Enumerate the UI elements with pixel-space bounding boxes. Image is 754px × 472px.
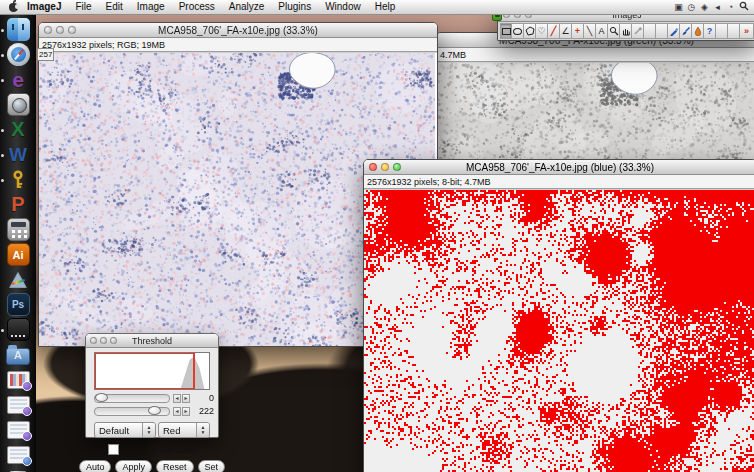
decrement-button[interactable]: ◂ bbox=[173, 394, 181, 403]
menu-analyze[interactable]: Analyze bbox=[222, 0, 272, 14]
tool-freehand[interactable]: ♡ bbox=[536, 23, 548, 39]
volume-menu-icon[interactable]: ◂ bbox=[711, 0, 724, 14]
menu-window[interactable]: Window bbox=[318, 0, 368, 14]
threshold-marker-line bbox=[194, 353, 195, 389]
rgb-window-statusbar: 2576x1932 pixels; RGB; 19MB bbox=[39, 38, 437, 52]
tool-polygon[interactable] bbox=[524, 23, 536, 39]
close-button[interactable] bbox=[44, 26, 52, 34]
displays-menu-icon[interactable]: ▣ bbox=[672, 0, 685, 14]
tool-flood-fill[interactable] bbox=[692, 23, 704, 39]
tool-spare-4[interactable] bbox=[728, 23, 740, 39]
apple-menu[interactable] bbox=[6, 3, 20, 12]
dock-finder[interactable] bbox=[0, 17, 36, 42]
threshold-titlebar[interactable]: Threshold bbox=[86, 334, 218, 348]
set-button[interactable]: Set bbox=[198, 460, 226, 472]
dock-calculator[interactable] bbox=[0, 217, 36, 242]
dark-background-checkbox[interactable] bbox=[108, 444, 119, 455]
dock-prism[interactable] bbox=[0, 267, 36, 292]
dock-network-globe[interactable] bbox=[0, 92, 36, 117]
magnifier-icon bbox=[609, 26, 619, 36]
upper-slider-thumb[interactable] bbox=[95, 393, 108, 402]
decrement-button[interactable]: ◂ bbox=[173, 407, 181, 416]
dock-minimized-window-2[interactable] bbox=[0, 392, 36, 417]
running-indicator bbox=[1, 129, 4, 132]
freehand-icon: ♡ bbox=[537, 27, 545, 36]
excel-icon: X bbox=[7, 118, 30, 141]
close-button[interactable] bbox=[369, 163, 377, 171]
tool-oval[interactable] bbox=[512, 23, 524, 39]
tool-spare-3[interactable] bbox=[716, 23, 728, 39]
tool-pencil[interactable] bbox=[668, 23, 680, 39]
upper-threshold-slider[interactable] bbox=[94, 394, 170, 403]
running-indicator bbox=[1, 179, 4, 182]
dock-trash[interactable] bbox=[0, 467, 36, 472]
zoom-button[interactable] bbox=[68, 26, 76, 34]
dock-powerpoint[interactable]: P bbox=[0, 192, 36, 217]
auto-button[interactable]: Auto bbox=[79, 460, 112, 472]
dock-photoshop[interactable]: Ps bbox=[0, 292, 36, 317]
time-machine-menu-icon[interactable]: ◷ bbox=[685, 0, 698, 14]
close-button[interactable] bbox=[90, 337, 97, 344]
tool-spare-2[interactable] bbox=[656, 23, 668, 39]
stepper-icon: ▲▼ bbox=[196, 423, 209, 437]
tool-more[interactable]: » bbox=[740, 23, 754, 39]
rgb-window-titlebar[interactable]: MCA958_706'_FA-x10e.jpg (33.3%) bbox=[39, 23, 437, 38]
menu-plugins[interactable]: Plugins bbox=[271, 0, 318, 14]
zoom-button[interactable] bbox=[110, 337, 117, 344]
hand-icon bbox=[621, 26, 631, 36]
zoom-button[interactable] bbox=[393, 163, 401, 171]
photoshop-icon: Ps bbox=[7, 293, 30, 316]
dock-entourage[interactable]: e bbox=[0, 67, 36, 92]
lower-slider-thumb[interactable] bbox=[148, 406, 161, 415]
help-icon: ? bbox=[707, 27, 713, 36]
blue-image-area[interactable] bbox=[364, 189, 754, 472]
minimized-window-thumbnail bbox=[7, 396, 30, 414]
tool-paintbrush[interactable] bbox=[680, 23, 692, 39]
menu-imagej[interactable]: ImageJ bbox=[20, 0, 68, 14]
menu-file[interactable]: File bbox=[68, 0, 98, 14]
green-window-statusbar: 4.7MB bbox=[437, 48, 754, 62]
menu-help[interactable]: Help bbox=[368, 0, 403, 14]
minimize-button[interactable] bbox=[100, 337, 107, 344]
dock-imagej[interactable] bbox=[0, 317, 36, 342]
tool-hand[interactable] bbox=[620, 23, 632, 39]
dock-minimized-window-1[interactable] bbox=[0, 367, 36, 392]
dock-minimized-window-4[interactable] bbox=[0, 442, 36, 467]
dock-word[interactable]: W bbox=[0, 142, 36, 167]
powerpoint-icon: P bbox=[7, 193, 30, 216]
tool-rectangle[interactable] bbox=[500, 23, 512, 39]
dock-excel[interactable]: X bbox=[0, 117, 36, 142]
dock-applications-folder[interactable]: A bbox=[0, 342, 36, 367]
tool-text[interactable]: A bbox=[596, 23, 608, 39]
tool-angle[interactable]: ∠ bbox=[560, 23, 572, 39]
tool-line[interactable]: ╱ bbox=[548, 23, 560, 39]
finder-icon bbox=[7, 18, 30, 41]
dock-messenger-gold[interactable] bbox=[0, 167, 36, 192]
dock-illustrator[interactable]: Ai bbox=[0, 242, 36, 267]
rectangle-icon bbox=[502, 28, 511, 35]
tool-help[interactable]: ? bbox=[704, 23, 716, 39]
tool-wand[interactable]: ╲ bbox=[584, 23, 596, 39]
dock-minimized-window-3[interactable] bbox=[0, 417, 36, 442]
clock-menu-icon[interactable]: ◔ bbox=[724, 0, 737, 14]
method-select[interactable]: Default ▲▼ bbox=[94, 422, 156, 438]
increment-button[interactable]: ▸ bbox=[182, 394, 190, 403]
tool-spare-1[interactable] bbox=[644, 23, 656, 39]
reset-button[interactable]: Reset bbox=[156, 460, 194, 472]
tool-color-picker[interactable] bbox=[632, 23, 644, 39]
tool-zoom[interactable] bbox=[608, 23, 620, 39]
spotlight-menu-icon[interactable] bbox=[737, 0, 750, 14]
airport-menu-icon[interactable]: ◈ bbox=[698, 0, 711, 14]
display-select[interactable]: Red ▲▼ bbox=[158, 422, 210, 438]
increment-button[interactable]: ▸ bbox=[182, 407, 190, 416]
minimize-button[interactable] bbox=[381, 163, 389, 171]
menu-image[interactable]: Image bbox=[130, 0, 172, 14]
dock-safari[interactable] bbox=[0, 42, 36, 67]
apply-button[interactable]: Apply bbox=[115, 460, 152, 472]
minimize-button[interactable] bbox=[56, 26, 64, 34]
menu-process[interactable]: Process bbox=[172, 0, 222, 14]
lower-threshold-slider[interactable] bbox=[94, 407, 170, 416]
menu-edit[interactable]: Edit bbox=[99, 0, 130, 14]
blue-window-titlebar[interactable]: MCA958_706'_FA-x10e.jpg (blue) (33.3%) bbox=[364, 160, 754, 175]
tool-point[interactable]: + bbox=[572, 23, 584, 39]
